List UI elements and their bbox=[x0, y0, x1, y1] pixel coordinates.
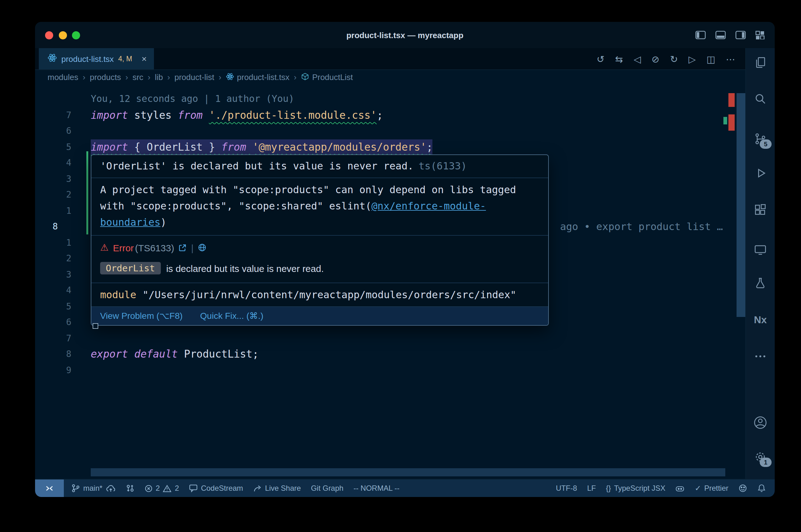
breadcrumb-item-products[interactable]: products bbox=[90, 73, 121, 82]
open-error-docs-icon[interactable] bbox=[179, 244, 187, 252]
diagnostic-code: ts(6133) bbox=[419, 160, 467, 172]
chip-message: is declared but its value is never read. bbox=[166, 263, 324, 273]
quick-fix-link[interactable]: Quick Fix... (⌘.) bbox=[200, 311, 263, 321]
popup-resize-handle[interactable] bbox=[93, 323, 98, 329]
breadcrumb: modules › products › src › lib › product… bbox=[35, 70, 745, 84]
run-file-button[interactable]: ▷ bbox=[689, 54, 696, 63]
ruler-error-mark bbox=[728, 114, 735, 131]
line-number: 5 bbox=[44, 139, 71, 155]
breadcrumb-item-product-list[interactable]: product-list bbox=[175, 73, 214, 82]
code-line[interactable]: 9 bbox=[35, 362, 745, 378]
remote-explorer-button[interactable] bbox=[753, 243, 767, 256]
inline-blame-annotation: ago • export product list … bbox=[560, 219, 733, 235]
copilot-icon bbox=[675, 484, 685, 492]
breadcrumb-separator: › bbox=[167, 73, 170, 82]
tab-product-list[interactable]: product-list.tsx 4, M × bbox=[39, 48, 154, 70]
line-number: 2 bbox=[44, 187, 71, 203]
settings-button[interactable]: 1 bbox=[753, 450, 767, 464]
line-number: 4 bbox=[44, 283, 71, 299]
code-line[interactable]: 7import styles from './product-list.modu… bbox=[35, 107, 745, 123]
horizontal-scrollbar-thumb[interactable] bbox=[91, 468, 725, 476]
settings-badge: 1 bbox=[760, 458, 771, 467]
more-actions-button[interactable]: ⋯ bbox=[726, 54, 735, 63]
breadcrumb-separator: › bbox=[148, 73, 150, 82]
search-button[interactable] bbox=[753, 92, 767, 106]
breadcrumb-item-modules[interactable]: modules bbox=[48, 73, 78, 82]
layout-sidebar-right-icon[interactable] bbox=[735, 31, 746, 39]
source-control-graph-button[interactable] bbox=[126, 484, 134, 493]
code-line[interactable]: 6 bbox=[35, 123, 745, 139]
editor-pane[interactable]: You, 12 seconds ago | 1 author (You)7imp… bbox=[35, 84, 745, 479]
desktop: product-list.tsx — myreactapp product-li… bbox=[0, 0, 801, 532]
source-control-button[interactable]: 5 bbox=[753, 132, 767, 146]
line-number: 5 bbox=[44, 299, 71, 315]
problems-item[interactable]: 2 2 bbox=[144, 484, 179, 493]
gutter-change-bar bbox=[86, 151, 88, 234]
eol-item[interactable]: LF bbox=[587, 484, 596, 493]
timeline-button[interactable]: ↺ bbox=[597, 54, 604, 63]
breadcrumb-item-lib[interactable]: lib bbox=[155, 73, 163, 82]
activity-bar: 5 Nx 1 bbox=[745, 48, 775, 479]
discard-changes-button[interactable]: ⊘ bbox=[652, 54, 659, 63]
compare-changes-button[interactable]: ⇆ bbox=[615, 54, 623, 63]
layout-panel-icon[interactable] bbox=[715, 31, 726, 39]
breadcrumb-item-src[interactable]: src bbox=[132, 73, 143, 82]
codestream-comment-icon bbox=[189, 484, 198, 493]
run-debug-button[interactable] bbox=[753, 166, 767, 180]
live-share-item[interactable]: Live Share bbox=[253, 484, 301, 493]
breadcrumb-file-label: product-list.tsx bbox=[237, 73, 289, 82]
blame-row[interactable]: You, 12 seconds ago | 1 author (You) bbox=[35, 91, 745, 107]
code-content: import { OrderList } from '@myreactapp/m… bbox=[91, 139, 433, 155]
tab-label: product-list.tsx bbox=[61, 54, 114, 63]
git-compare-icon bbox=[126, 484, 134, 493]
sync-changes-button[interactable]: ↻ bbox=[670, 54, 678, 63]
code-line[interactable]: 8export default ProductList; bbox=[35, 346, 745, 362]
status-bar: main* 2 2 CodeStream L bbox=[35, 479, 775, 497]
prettier-item[interactable]: ✓ Prettier bbox=[695, 484, 729, 493]
rule-docs-globe-icon[interactable] bbox=[198, 243, 206, 252]
layout-customize-icon[interactable] bbox=[755, 31, 765, 39]
breadcrumb-item-file[interactable]: product-list.tsx bbox=[225, 72, 289, 82]
traffic-zoom-button[interactable] bbox=[72, 31, 80, 39]
line-number: 7 bbox=[44, 330, 71, 346]
layout-sidebar-left-icon[interactable] bbox=[695, 31, 706, 39]
hover-popup: 'OrderList' is declared but its value is… bbox=[91, 154, 549, 326]
git-graph-item[interactable]: Git Graph bbox=[311, 484, 344, 493]
copilot-button[interactable] bbox=[675, 484, 685, 492]
rule-message-close: ) bbox=[161, 216, 166, 228]
remote-indicator[interactable] bbox=[35, 479, 64, 497]
breadcrumb-item-symbol[interactable]: ProductList bbox=[301, 72, 353, 82]
nx-console-icon: N bbox=[754, 315, 761, 325]
testing-button[interactable] bbox=[753, 276, 767, 290]
git-branch-item[interactable]: main* bbox=[71, 484, 115, 493]
feedback-button[interactable] bbox=[739, 484, 747, 493]
line-number: 3 bbox=[44, 171, 71, 187]
breadcrumb-separator: › bbox=[126, 73, 128, 82]
more-views-button[interactable] bbox=[753, 349, 767, 363]
language-item[interactable]: {} TypeScript JSX bbox=[606, 484, 665, 493]
tab-close-button[interactable]: × bbox=[142, 54, 146, 64]
code-line[interactable]: 5import { OrderList } from '@myreactapp/… bbox=[35, 139, 745, 155]
line-number bbox=[44, 91, 71, 107]
explorer-button[interactable] bbox=[753, 56, 767, 70]
nx-console-button[interactable]: Nx bbox=[754, 315, 767, 326]
view-problem-link[interactable]: View Problem (⌥F8) bbox=[100, 311, 183, 321]
traffic-minimize-button[interactable] bbox=[58, 31, 67, 39]
code-content: export default ProductList; bbox=[91, 346, 259, 362]
extensions-button[interactable] bbox=[753, 203, 767, 217]
codestream-item[interactable]: CodeStream bbox=[189, 484, 243, 493]
notifications-button[interactable] bbox=[757, 484, 766, 493]
ruler-change-mark bbox=[723, 117, 727, 125]
vertical-scrollbar-thumb[interactable] bbox=[736, 93, 745, 317]
ruler-error-mark bbox=[728, 93, 735, 107]
traffic-close-button[interactable] bbox=[45, 31, 53, 39]
split-editor-button[interactable]: ◫ bbox=[707, 54, 715, 63]
account-button[interactable] bbox=[753, 416, 767, 430]
line-number: 7 bbox=[44, 107, 71, 123]
prettier-label: Prettier bbox=[704, 484, 728, 493]
previous-change-button[interactable]: ◁ bbox=[634, 54, 641, 63]
titlebar[interactable]: product-list.tsx — myreactapp bbox=[35, 22, 775, 48]
encoding-item[interactable]: UTF-8 bbox=[556, 484, 577, 493]
code-line[interactable]: 7 bbox=[35, 330, 745, 346]
line-number: 1 bbox=[44, 203, 71, 219]
